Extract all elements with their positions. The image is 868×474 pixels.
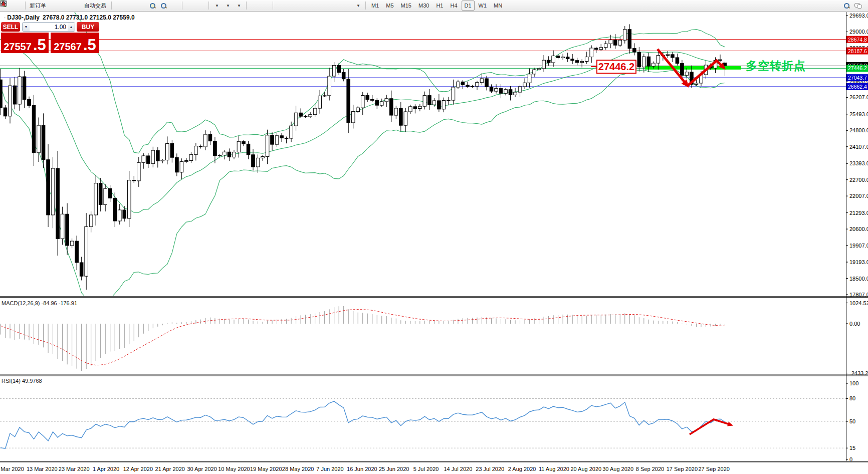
chat-button[interactable] xyxy=(852,1,862,11)
cursor-tool-button[interactable] xyxy=(249,1,259,11)
candle-body xyxy=(613,40,617,45)
volume-increase-button[interactable]: ▲ xyxy=(68,23,75,31)
candle-body xyxy=(271,135,274,144)
market-watch-button[interactable] xyxy=(50,1,60,11)
timeframe-MN[interactable]: MN xyxy=(491,1,505,11)
candle-body xyxy=(70,241,74,246)
candle-body xyxy=(366,95,369,99)
macd-pane xyxy=(1,306,725,371)
candle-body xyxy=(199,146,202,147)
trendline-tool-button[interactable] xyxy=(298,1,308,11)
timeframe-M1[interactable]: M1 xyxy=(368,1,382,11)
timeframe-D1[interactable]: D1 xyxy=(462,1,475,11)
date-label: 11 Aug 2020 xyxy=(539,466,569,472)
candle-body xyxy=(261,157,265,158)
vertical-line-tool-button[interactable] xyxy=(276,1,286,11)
text-tool-button[interactable]: A xyxy=(331,1,341,11)
text-label-tool-button[interactable]: T xyxy=(342,1,352,11)
price-callout-box[interactable]: 27446.2 xyxy=(596,60,636,74)
sell-button[interactable]: SELL xyxy=(1,22,20,32)
candle-body xyxy=(189,154,193,160)
signals-button[interactable] xyxy=(72,1,82,11)
candle-body xyxy=(657,56,660,63)
candle-body xyxy=(266,135,269,157)
volume-input[interactable] xyxy=(30,23,68,31)
one-click-trade-panel: SELL ▼ ▲ BUY 27557 .5 27567 .5 xyxy=(1,22,99,32)
chart-canvas[interactable]: 29693.029000.028307.027614.026900.026207… xyxy=(0,0,868,474)
fibonacci-tool-button[interactable]: F xyxy=(320,1,330,11)
candle-body xyxy=(285,138,288,139)
pivot-annotation-text[interactable]: 多空转折点 xyxy=(746,58,806,74)
candle-body xyxy=(609,40,612,44)
candle-body xyxy=(418,106,422,108)
templates-button[interactable]: ▼ xyxy=(234,1,244,11)
candle-body xyxy=(85,226,88,276)
candle-body xyxy=(509,90,512,95)
timeframe-W1[interactable]: W1 xyxy=(476,1,490,11)
candle-body xyxy=(247,144,250,154)
candle-body xyxy=(432,101,436,105)
candle-body xyxy=(337,65,341,72)
candle-body xyxy=(137,162,140,181)
bar-chart-button[interactable] xyxy=(114,1,124,11)
candle-body xyxy=(413,107,417,109)
candle-body xyxy=(438,101,441,109)
candle-body xyxy=(647,57,650,66)
date-label: 28 May 2020 xyxy=(282,466,314,472)
zoom-in-icon xyxy=(150,3,155,9)
date-label: 25 Jun 2020 xyxy=(379,466,409,472)
candle-body xyxy=(223,152,227,155)
search-button[interactable] xyxy=(841,1,851,11)
zoom-out-button[interactable] xyxy=(158,1,168,11)
toolbar-separator xyxy=(208,2,209,10)
rsi-label: RSI(14) 49.9768 xyxy=(2,378,42,384)
new-order-button[interactable]: 新订单 xyxy=(28,1,49,11)
tile-windows-button[interactable] xyxy=(169,1,179,11)
date-label: 2 Aug 2020 xyxy=(508,466,536,472)
crosshair-tool-button[interactable] xyxy=(260,1,270,11)
candle-body xyxy=(275,136,279,144)
candle-body xyxy=(13,86,17,104)
candle-body xyxy=(528,74,531,83)
sell-price-panel[interactable]: 27557 .5 xyxy=(1,33,49,53)
volume-decrease-button[interactable]: ▼ xyxy=(23,23,30,31)
buy-price-pips: .5 xyxy=(83,39,96,52)
timeframe-H4[interactable]: H4 xyxy=(447,1,460,11)
candle-body xyxy=(447,100,451,101)
indicators-button[interactable]: ▼ xyxy=(211,1,222,11)
date-label: 2 Mar 2020 xyxy=(0,466,24,472)
horizontal-line-tool-button[interactable] xyxy=(287,1,297,11)
candlestick-chart-button[interactable] xyxy=(125,1,135,11)
candle-body xyxy=(328,76,331,96)
candle-body xyxy=(556,56,560,58)
candle-body xyxy=(304,116,307,117)
axis-tick-label: 21293.0 xyxy=(849,210,868,216)
candle-body xyxy=(561,57,565,58)
history-center-button[interactable] xyxy=(13,1,23,11)
buy-button[interactable]: BUY xyxy=(77,22,99,32)
candle-body xyxy=(204,134,207,147)
candle-body xyxy=(594,48,598,50)
chart-shift-button[interactable] xyxy=(196,1,206,11)
arrows-tool-button[interactable]: ▼ xyxy=(353,1,363,11)
navigator-button[interactable] xyxy=(61,1,71,11)
axis-tick-label: 20600.0 xyxy=(849,226,868,232)
equidistant-channel-tool-button[interactable]: E xyxy=(309,1,319,11)
timeframe-M5[interactable]: M5 xyxy=(383,1,396,11)
line-chart-button[interactable] xyxy=(136,1,146,11)
toolbar-separator xyxy=(246,2,247,10)
periods-button[interactable]: ▼ xyxy=(223,1,233,11)
search-icon xyxy=(844,3,849,9)
axis-tick-label: 18500.0 xyxy=(849,276,868,282)
date-label: 23 Mar 2020 xyxy=(59,466,90,472)
zoom-in-button[interactable] xyxy=(147,1,157,11)
timeframe-M15[interactable]: M15 xyxy=(398,1,414,11)
candle-body xyxy=(185,161,188,162)
arrowhead xyxy=(727,422,733,426)
buy-price-panel[interactable]: 27567 .5 xyxy=(51,33,99,53)
timeframe-M30[interactable]: M30 xyxy=(415,1,432,11)
auto-scroll-button[interactable] xyxy=(185,1,195,11)
autotrading-button[interactable]: 自动交易 xyxy=(83,1,109,11)
timeframe-H1[interactable]: H1 xyxy=(433,1,446,11)
candle-body xyxy=(695,83,698,84)
